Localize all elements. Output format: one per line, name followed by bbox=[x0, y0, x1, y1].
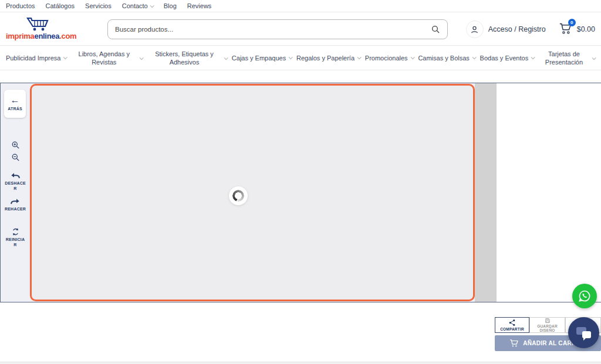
nav-item-label: Stickers, Etiquetas y Adhesivos bbox=[147, 50, 221, 67]
redo-icon bbox=[11, 198, 20, 206]
login-register-link[interactable]: Acceso / Registro bbox=[488, 25, 546, 33]
chat-bubble-icon bbox=[582, 331, 591, 338]
cart-count-badge: 0 bbox=[568, 19, 576, 26]
back-label: ATRÁS bbox=[5, 107, 26, 112]
zoom-in-button[interactable] bbox=[1, 141, 30, 149]
whatsapp-button[interactable] bbox=[572, 284, 597, 308]
page: Productos Catálogos Servicios Contacto B… bbox=[0, 0, 601, 364]
nav-item-cajas-empaques[interactable]: Cajas y Empaques bbox=[232, 54, 292, 62]
nav-item-label: Bodas y Eventos bbox=[480, 54, 529, 62]
topbar-item-servicios[interactable]: Servicios bbox=[85, 2, 112, 9]
undo-icon bbox=[11, 172, 20, 180]
topbar-item-blog[interactable]: Blog bbox=[164, 2, 177, 9]
chevron-down-icon bbox=[63, 56, 67, 60]
topbar-item-reviews[interactable]: Reviews bbox=[187, 2, 212, 9]
product-options-panel bbox=[497, 83, 601, 302]
nav-item-publicidad-impresa[interactable]: Publicidad Impresa bbox=[6, 54, 67, 62]
chevron-down-icon bbox=[150, 4, 154, 8]
cart-button[interactable]: 0 bbox=[559, 22, 572, 37]
chevron-down-icon bbox=[140, 56, 144, 60]
canvas-scroll-gutter bbox=[475, 83, 497, 302]
search-input[interactable] bbox=[115, 26, 431, 33]
topbar-item-productos[interactable]: Productos bbox=[6, 2, 35, 9]
share-label: COMPARTIR bbox=[500, 327, 524, 331]
share-button[interactable]: COMPARTIR bbox=[495, 317, 529, 333]
save-label: GUARDAR DISEÑO bbox=[530, 324, 565, 332]
spinner-icon bbox=[232, 190, 244, 202]
chevron-down-icon bbox=[289, 56, 293, 60]
avatar[interactable] bbox=[466, 21, 484, 38]
redo-label: REHACER bbox=[5, 207, 26, 212]
top-utility-bar: Productos Catálogos Servicios Contacto B… bbox=[0, 0, 601, 12]
chevron-down-icon bbox=[224, 56, 228, 60]
search-bar bbox=[107, 19, 448, 39]
zoom-out-button[interactable] bbox=[1, 153, 30, 162]
logo-text: imprimaenlinea.com bbox=[6, 32, 70, 40]
nav-item-libros-agendas[interactable]: Libros, Agendas y Revistas bbox=[71, 50, 143, 67]
back-button[interactable]: ← ATRÁS bbox=[4, 90, 26, 118]
add-cart-icon bbox=[509, 339, 519, 348]
back-arrow-icon: ← bbox=[11, 96, 20, 105]
footer-edge bbox=[0, 362, 601, 364]
design-editor: ← ATRÁS bbox=[0, 83, 601, 302]
zoom-in-icon bbox=[11, 141, 20, 149]
redo-button[interactable]: REHACER bbox=[1, 198, 30, 212]
topbar-item-contacto-label: Contacto bbox=[122, 2, 148, 9]
chat-widget-button[interactable] bbox=[568, 317, 599, 348]
nav-item-bodas-eventos[interactable]: Bodas y Eventos bbox=[480, 54, 535, 62]
category-nav: Publicidad Impresa Libros, Agendas y Rev… bbox=[0, 46, 601, 70]
reset-icon bbox=[11, 227, 20, 236]
logo-part-3: .com bbox=[59, 32, 76, 40]
logo-cart-icon bbox=[26, 16, 50, 32]
undo-label: DESHACER bbox=[5, 181, 26, 192]
logo-part-1: imprima bbox=[6, 32, 34, 40]
reset-label: REINICIAR bbox=[5, 237, 26, 248]
nav-item-label: Camisas y Bolsas bbox=[418, 54, 469, 62]
undo-button[interactable]: DESHACER bbox=[1, 172, 30, 192]
topbar-item-catalogos[interactable]: Catálogos bbox=[46, 2, 75, 9]
chevron-down-icon bbox=[531, 56, 535, 60]
nav-item-label: Regalos y Papelería bbox=[296, 54, 354, 62]
nav-item-label: Publicidad Impresa bbox=[6, 54, 61, 62]
zoom-out-icon bbox=[11, 153, 20, 162]
nav-item-camisas-bolsas[interactable]: Camisas y Bolsas bbox=[418, 54, 475, 62]
reset-button[interactable]: REINICIAR bbox=[1, 227, 30, 248]
cart-total: $0.00 bbox=[577, 25, 595, 33]
nav-item-promocionales[interactable]: Promocionales bbox=[365, 54, 414, 62]
editor-toolbar: ← ATRÁS bbox=[1, 83, 30, 302]
nav-item-stickers-etiquetas[interactable]: Stickers, Etiquetas y Adhesivos bbox=[147, 50, 227, 67]
header: imprimaenlinea.com Acceso / Registro bbox=[0, 13, 601, 46]
loading-spinner bbox=[229, 186, 248, 205]
save-design-button[interactable]: GUARDAR DISEÑO bbox=[529, 317, 565, 333]
design-canvas[interactable] bbox=[30, 84, 475, 301]
nav-item-tarjetas-presentacion[interactable]: Tarjetas de Presentación bbox=[539, 50, 595, 67]
header-right: Acceso / Registro 0 $0.00 bbox=[466, 18, 595, 41]
save-icon bbox=[544, 318, 551, 324]
site-logo[interactable]: imprimaenlinea.com bbox=[6, 16, 70, 40]
nav-item-label: Libros, Agendas y Revistas bbox=[71, 50, 137, 67]
logo-part-2: enlinea bbox=[34, 32, 59, 40]
nav-item-label: Tarjetas de Presentación bbox=[539, 50, 589, 67]
share-icon bbox=[508, 319, 516, 326]
whatsapp-icon bbox=[578, 289, 592, 303]
nav-item-regalos-papeleria[interactable]: Regalos y Papelería bbox=[296, 54, 360, 62]
chevron-down-icon bbox=[357, 56, 362, 60]
chevron-down-icon bbox=[410, 56, 414, 60]
topbar-item-contacto[interactable]: Contacto bbox=[122, 2, 153, 9]
chevron-down-icon bbox=[472, 56, 476, 60]
nav-item-label: Cajas y Empaques bbox=[232, 54, 286, 62]
chevron-down-icon bbox=[592, 56, 596, 60]
user-icon bbox=[470, 25, 480, 35]
search-icon[interactable] bbox=[431, 25, 440, 34]
nav-item-label: Promocionales bbox=[365, 54, 408, 62]
